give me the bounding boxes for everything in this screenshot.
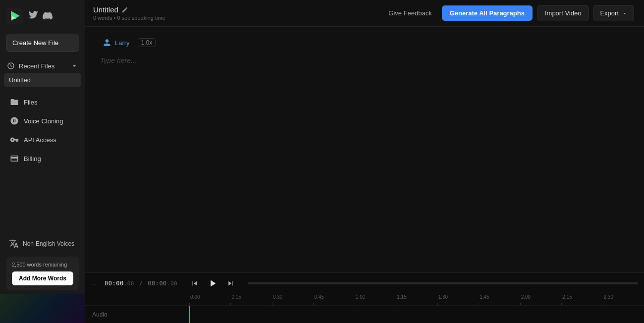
nav-items: Files Voice Cloning API Access Billing [0,92,85,168]
timeline-container: 0:000:150:300:451:001:151:301:452:002:15… [85,294,644,323]
sidebar-item-billing-label: Billing [24,155,41,162]
chevron-down-icon [70,62,78,70]
time-display: 00:00.00 / 00:00.00 [105,280,177,287]
export-chevron-icon [622,10,628,16]
skip-forward-icon [226,279,235,288]
timeline-label-spacer [85,294,189,305]
ruler-mark: 1:15 [396,294,437,305]
speed-badge[interactable]: 1.0x [138,38,156,47]
editor-area[interactable]: Larry 1.0x Type here... [85,27,644,272]
give-feedback-button[interactable]: Give Feedback [383,6,436,20]
voice-name: Larry [115,39,130,47]
time-current-sub: .00 [124,280,134,287]
header: Untitled 0 words • 0 sec speaking time G… [85,0,644,27]
translate-icon [9,239,19,249]
clock-icon [7,62,15,70]
playht-logo-icon: ht [7,8,23,24]
ruler-mark: 2:15 [561,294,602,305]
file-title-row: Untitled [93,5,165,14]
create-new-file-button[interactable]: Create New File [6,34,79,52]
words-remaining-text: 2,500 words remaining [12,262,73,268]
sidebar-item-voice-cloning-label: Voice Cloning [24,117,63,125]
audio-track-content [189,306,644,323]
progress-bar[interactable] [248,282,638,284]
file-title: Untitled [93,5,118,14]
sidebar-item-files-label: Files [24,99,37,106]
non-english-voices-button[interactable]: Non-English Voices [4,235,81,253]
playhead [189,306,190,323]
recent-files-label: Recent Files [19,62,54,70]
main-content: Untitled 0 words • 0 sec speaking time G… [85,0,644,323]
twitter-icon[interactable] [29,11,39,21]
sidebar: ht Create New File Recent Files Untitled [0,0,85,323]
import-video-button[interactable]: Import Video [537,5,589,21]
playback-controls [188,276,237,291]
timeline-ruler: 0:000:150:300:451:001:151:301:452:002:15… [189,294,644,305]
transport-bar: — 00:00.00 / 00:00.00 [85,272,644,323]
discord-icon[interactable] [43,11,53,21]
time-current: 00:00 [105,280,124,287]
ruler-mark: 2:00 [520,294,561,305]
social-icons [29,11,53,21]
ruler-mark: 0:15 [230,294,271,305]
header-right: Give Feedback Generate All Paragraphs Im… [383,5,634,21]
ruler-mark: 1:45 [479,294,520,305]
type-here-placeholder[interactable]: Type here... [100,56,629,64]
sidebar-item-billing[interactable]: Billing [3,150,82,167]
progress-track [248,282,638,284]
non-english-voices-label: Non-English Voices [23,240,74,247]
ruler-mark: 0:30 [272,294,313,305]
sidebar-footer-visual [0,294,85,323]
key-icon [10,135,19,144]
time-total: 00:00 [148,280,167,287]
audio-track-label: Audio [85,311,189,318]
play-icon [207,278,218,289]
ruler-mark: 0:45 [313,294,354,305]
voice-controls: Larry 1.0x [100,37,156,49]
transport-controls: — 00:00.00 / 00:00.00 [85,273,644,294]
star-icon [10,116,19,125]
dash-indicator: — [91,280,98,287]
ruler-mark: 0:00 [189,294,230,305]
recent-files-header[interactable]: Recent Files [0,58,85,72]
paragraph-row: Larry 1.0x [100,37,629,49]
voice-person-icon [102,38,112,48]
folder-icon [10,98,19,107]
export-button[interactable]: Export [593,5,634,21]
sidebar-bottom: Non-English Voices 2,500 words remaining… [0,229,85,292]
voice-selector[interactable]: Larry [100,37,132,49]
edit-title-icon[interactable] [121,6,128,13]
ruler-mark: 1:00 [355,294,396,305]
skip-back-icon [190,279,199,288]
header-left: Untitled 0 words • 0 sec speaking time [93,5,165,21]
add-more-words-button[interactable]: Add More Words [12,271,73,285]
sidebar-item-files[interactable]: Files [3,93,82,111]
file-meta: 0 words • 0 sec speaking time [93,15,165,21]
generate-all-paragraphs-button[interactable]: Generate All Paragraphs [442,5,533,21]
export-label: Export [600,9,619,17]
sidebar-logo-area: ht [0,0,85,30]
recent-file-item[interactable]: Untitled [4,73,81,87]
play-button[interactable] [205,276,220,291]
card-icon [10,154,19,163]
words-remaining-box: 2,500 words remaining Add More Words [6,257,79,290]
skip-back-button[interactable] [188,277,201,290]
skip-forward-button[interactable] [224,277,237,290]
ruler-mark: 2:30 [603,294,644,305]
time-total-sub: .00 [167,280,177,287]
time-separator: / [139,280,143,287]
svg-text:ht: ht [12,15,16,20]
ruler-mark: 1:30 [437,294,479,305]
sidebar-item-api-access-label: API Access [24,136,56,144]
sidebar-item-voice-cloning[interactable]: Voice Cloning [3,112,82,130]
audio-track-row: Audio [85,305,644,323]
recent-files-header-left: Recent Files [7,62,54,70]
sidebar-item-api-access[interactable]: API Access [3,131,82,149]
